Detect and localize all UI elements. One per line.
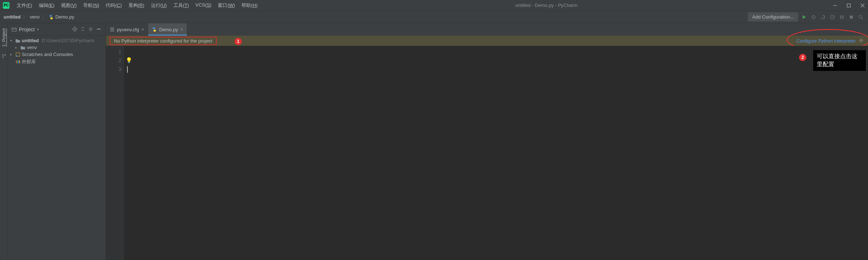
svg-rect-33 — [16, 60, 17, 63]
svg-rect-12 — [842, 16, 844, 17]
editor-body[interactable]: 1 2 3 💡 — [106, 46, 868, 260]
line-number: 2 — [106, 56, 121, 65]
tree-scratches[interactable]: ▸ Scratches and Consoles — [8, 51, 106, 58]
gear-icon[interactable] — [859, 38, 864, 44]
breadcrumb-file[interactable]: Demo.py — [49, 14, 74, 20]
window-controls — [832, 3, 865, 8]
tree-scratches-label: Scratches and Consoles — [22, 52, 73, 57]
menu-file[interactable]: 文件(F) — [14, 1, 35, 10]
add-configuration-button[interactable]: Add Configuration... — [748, 12, 798, 21]
window-title: untitled - Demo.py - PyCharm — [260, 3, 832, 8]
scratches-icon — [15, 52, 20, 57]
minimize-icon[interactable] — [832, 3, 838, 8]
tree-venv-label: venv — [27, 45, 37, 50]
close-icon[interactable] — [860, 3, 865, 8]
debug-icon[interactable] — [810, 13, 817, 21]
menu-tools[interactable]: 工具(T) — [171, 1, 192, 10]
tab-label: Demo.py — [159, 27, 178, 32]
menu-view[interactable]: 视图(V) — [58, 1, 80, 10]
chevron-right-icon: ▸ — [15, 45, 19, 49]
editor-area: pyvenv.cfg × Demo.py × No Python interpr… — [106, 23, 868, 260]
close-icon[interactable]: × — [180, 27, 183, 32]
tree-root[interactable]: ▾ untitled D:\Users\20735\Pycharm — [8, 37, 106, 44]
app-icon: PC — [3, 2, 9, 9]
locate-icon[interactable] — [72, 27, 78, 32]
menu-bar: 文件(F) 编辑(E) 视图(V) 导航(N) 代码(C) 重构(R) 运行(U… — [14, 1, 260, 10]
annotation-tooltip: 可以直接点击这里配置 — [813, 50, 866, 71]
concurrency-icon[interactable] — [838, 13, 845, 21]
svg-rect-21 — [12, 28, 16, 31]
svg-line-17 — [861, 18, 863, 19]
menu-help[interactable]: 帮助(H) — [239, 1, 260, 10]
breadcrumb-root[interactable]: untitled — [4, 14, 21, 20]
project-tool-tab[interactable]: 1: Project — [1, 25, 7, 50]
run-icon[interactable] — [800, 13, 808, 21]
tree-external-label: 外部库 — [22, 59, 36, 65]
svg-rect-18 — [2, 54, 4, 56]
project-panel-title[interactable]: Project — [19, 27, 35, 32]
navigation-bar: untitled 〉 venv 〉 Demo.py Add Configurat… — [0, 11, 868, 23]
project-tree: ▾ untitled D:\Users\20735\Pycharm ▸ venv… — [8, 36, 106, 67]
search-icon[interactable] — [857, 13, 864, 21]
toolbar-right: Add Configuration... — [748, 12, 864, 21]
main-area: 1: Project Project ▾ ▾ untitled D:\Users… — [0, 23, 868, 260]
close-icon[interactable]: × — [141, 27, 144, 32]
profiler-icon[interactable] — [829, 13, 836, 21]
tree-venv[interactable]: ▸ venv — [8, 44, 106, 51]
folder-icon — [20, 45, 25, 50]
tab-label: pyvenv.cfg — [117, 27, 139, 32]
folder-icon — [15, 38, 20, 43]
menu-window[interactable]: 窗口(W) — [215, 1, 238, 10]
svg-point-41 — [860, 40, 862, 41]
menu-run[interactable]: 运行(U) — [148, 1, 170, 10]
structure-tool-icon[interactable] — [1, 53, 7, 59]
svg-point-29 — [90, 28, 91, 30]
svg-point-24 — [74, 28, 76, 29]
interpreter-warning-banner: No Python interpreter configured for the… — [106, 36, 868, 46]
chevron-down-icon[interactable]: ▾ — [37, 27, 39, 31]
python-icon — [152, 27, 157, 32]
svg-rect-14 — [842, 17, 844, 19]
editor-tabs: pyvenv.cfg × Demo.py × — [106, 23, 868, 36]
line-number: 1 — [106, 47, 121, 56]
svg-point-32 — [16, 55, 17, 57]
expand-all-icon[interactable] — [80, 27, 86, 32]
intention-bulb-icon[interactable]: 💡 — [126, 56, 133, 65]
svg-rect-1 — [847, 4, 851, 7]
tree-root-label: untitled — [22, 38, 39, 43]
project-panel: Project ▾ ▾ untitled D:\Users\20735\Pych… — [8, 23, 106, 260]
text-cursor — [127, 66, 128, 73]
breadcrumb: untitled 〉 venv 〉 Demo.py — [4, 14, 74, 20]
chevron-right-icon: 〉 — [42, 14, 46, 20]
tab-pyvenv[interactable]: pyvenv.cfg × — [106, 23, 148, 36]
project-view-icon — [12, 27, 17, 32]
project-panel-header: Project ▾ — [8, 23, 106, 36]
svg-rect-35 — [18, 60, 19, 63]
maximize-icon[interactable] — [846, 3, 851, 8]
menu-refactor[interactable]: 重构(R) — [126, 1, 147, 10]
file-icon — [110, 27, 115, 32]
chevron-down-icon: ▾ — [10, 39, 14, 43]
tree-external-libs[interactable]: 外部库 — [8, 58, 106, 66]
hide-icon[interactable] — [96, 27, 102, 32]
svg-rect-15 — [850, 16, 853, 19]
tree-root-path: D:\Users\20735\Pycharm — [42, 38, 94, 43]
svg-line-10 — [832, 16, 834, 17]
breadcrumb-venv[interactable]: venv — [30, 14, 40, 20]
gear-icon[interactable] — [88, 27, 94, 32]
menu-edit[interactable]: 编辑(E) — [36, 1, 57, 10]
menu-code[interactable]: 代码(C) — [103, 1, 125, 10]
svg-rect-34 — [17, 60, 18, 63]
run-with-coverage-icon[interactable] — [819, 13, 827, 21]
menu-vcs[interactable]: VCS(S) — [192, 1, 214, 10]
tab-demo[interactable]: Demo.py × — [148, 23, 187, 36]
svg-rect-11 — [840, 16, 841, 17]
configure-interpreter-link[interactable]: Configure Python interpreter — [796, 38, 856, 44]
svg-rect-19 — [4, 54, 6, 56]
svg-rect-20 — [2, 56, 4, 58]
banner-message: No Python interpreter configured for the… — [110, 37, 217, 45]
stop-icon[interactable] — [848, 13, 855, 21]
menu-navigate[interactable]: 导航(N) — [80, 1, 102, 10]
code-area[interactable]: 💡 — [124, 46, 868, 260]
title-bar: PC 文件(F) 编辑(E) 视图(V) 导航(N) 代码(C) 重构(R) 运… — [0, 0, 868, 11]
